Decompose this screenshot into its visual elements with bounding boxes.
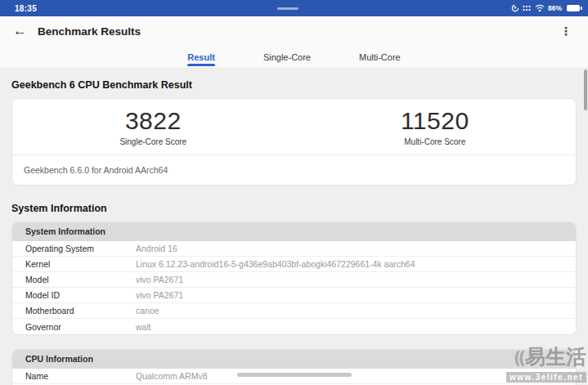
table-row-model-id: Model ID vivo PA2671	[12, 288, 576, 303]
row-label: Kernel	[12, 259, 136, 269]
row-label: Operating System	[12, 244, 136, 253]
row-label: Name	[12, 371, 136, 381]
single-core-score-block: 3822 Single-Core Score	[12, 109, 294, 146]
table-row-governor: Governor walt	[12, 319, 576, 334]
row-value: vivo PA2671	[136, 290, 183, 300]
status-time: 18:35	[15, 4, 37, 13]
geekbench-version: Geekbench 6.6.0 for Android AArch64	[12, 155, 576, 185]
camera-cutout-indicator	[277, 7, 298, 10]
row-label: Governor	[12, 322, 136, 332]
system-info-heading: System Information	[11, 203, 577, 214]
tab-single-core[interactable]: Single-Core	[262, 46, 312, 68]
status-bar: 18:35 86%	[0, 0, 588, 16]
table-row-model: Model vivo PA2671	[12, 272, 576, 288]
tab-result-label: Result	[187, 52, 215, 62]
result-heading: Geekbench 6 CPU Benchmark Result	[11, 79, 577, 91]
screen: 18:35 86% ← Benchmark Results ⋮	[0, 0, 588, 385]
scores-row: 3822 Single-Core Score 11520 Multi-Core …	[12, 99, 576, 154]
system-info-table: System Information Operating System Andr…	[11, 222, 577, 335]
mobile-data-icon	[523, 4, 532, 12]
cpu-info-table-header: CPU Information	[12, 350, 576, 369]
gesture-navigation-pill[interactable]	[237, 373, 352, 377]
cpu-info-table: CPU Information Name Qualcomm ARMv8 Topo…	[11, 349, 577, 385]
row-value: Qualcomm ARMv8	[136, 371, 208, 381]
content: Geekbench 6 CPU Benchmark Result 3822 Si…	[0, 79, 588, 385]
row-value: walt	[136, 322, 151, 332]
battery-icon	[567, 5, 580, 11]
table-row-operating-system: Operating System Android 16	[12, 241, 576, 257]
tab-result[interactable]: Result	[186, 46, 217, 68]
row-value: Android 16	[136, 244, 177, 253]
page-title: Benchmark Results	[38, 25, 557, 38]
table-row-motherboard: Motherboard canoe	[12, 303, 576, 319]
multi-core-score-block: 11520 Multi-Core Score	[294, 109, 577, 146]
tab-multi-core-label: Multi-Core	[359, 52, 401, 62]
row-label: Model	[12, 275, 136, 284]
back-arrow-icon[interactable]: ←	[13, 23, 33, 39]
row-value: vivo PA2671	[136, 275, 183, 284]
row-value: canoe	[136, 306, 159, 316]
multi-core-score-label: Multi-Core Score	[294, 137, 577, 146]
wifi-icon	[535, 4, 545, 12]
score-card: 3822 Single-Core Score 11520 Multi-Core …	[11, 98, 577, 186]
row-label: Model ID	[12, 290, 136, 300]
row-label: Motherboard	[12, 306, 136, 316]
overflow-menu-icon[interactable]: ⋮	[557, 25, 575, 38]
scrollbar-thumb[interactable]	[584, 69, 587, 110]
single-core-score-label: Single-Core Score	[12, 137, 294, 146]
status-icons: 86%	[511, 4, 580, 12]
app-header: ← Benchmark Results ⋮	[0, 16, 588, 46]
multi-core-score-value: 11520	[294, 109, 577, 133]
row-value: Linux 6.12.23-android16-5-g436e9ab403bf-…	[136, 259, 415, 269]
table-row-kernel: Kernel Linux 6.12.23-android16-5-g436e9a…	[12, 257, 576, 272]
tab-active-indicator	[187, 64, 215, 66]
single-core-score-value: 3822	[12, 109, 294, 133]
tab-single-core-label: Single-Core	[263, 52, 311, 62]
system-info-table-header: System Information	[12, 222, 576, 241]
tab-bar: Result Single-Core Multi-Core	[0, 46, 588, 69]
tab-multi-core[interactable]: Multi-Core	[357, 46, 402, 68]
data-saver-icon	[511, 4, 519, 12]
battery-percent: 86%	[548, 4, 562, 12]
